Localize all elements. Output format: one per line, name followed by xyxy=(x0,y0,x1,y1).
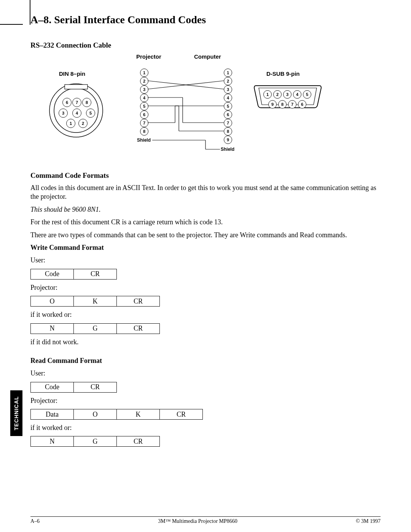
worked-label: if it worked or: xyxy=(30,423,381,432)
dsub-pin: 2 xyxy=(273,90,282,99)
dsub-pin: 7 xyxy=(288,100,296,109)
footer-pagenum: A–6 xyxy=(30,518,40,524)
user-label: User: xyxy=(30,256,381,265)
write-ng-table: N G CR xyxy=(30,323,160,334)
write-header: Write Command Format xyxy=(30,243,381,252)
shield-label-right: Shield xyxy=(221,147,234,152)
dsub-pin: 5 xyxy=(303,90,311,99)
notwork-label: if it did not work. xyxy=(30,338,381,347)
cable-diagram: Projector Computer DIN 8–pin 6 7 8 3 4 5… xyxy=(30,53,358,160)
dsub-label: D-SUB 9-pin xyxy=(266,70,300,77)
sub-cmdformat: Command Code Formats xyxy=(30,171,381,180)
dsub-pin: 3 xyxy=(283,90,292,99)
sub-rs232: RS–232 Connection Cable xyxy=(30,41,381,50)
sidebar-tab-technical: TECHNICAL xyxy=(10,390,22,436)
footer-copyright: © 3M 1997 xyxy=(356,518,381,524)
shield-label-left: Shield xyxy=(137,137,151,143)
read-user-table: Code CR xyxy=(30,382,117,393)
dsub-pin: 8 xyxy=(278,100,287,109)
footer-center: 3M™ Multimedia Projector MP8660 xyxy=(158,518,237,524)
read-ng-table: N G CR xyxy=(30,436,160,447)
page-footer: A–6 3M™ Multimedia Projector MP8660 © 3M… xyxy=(30,516,381,524)
read-header: Read Command Format xyxy=(30,356,381,365)
dsub-pin: 6 xyxy=(298,100,306,109)
read-ok-table: Data O K CR xyxy=(30,409,203,420)
dsub-pin: 4 xyxy=(293,90,301,99)
paragraph: For the rest of this document CR is a ca… xyxy=(30,218,381,227)
paragraph-italic: This should be 9600 8N1. xyxy=(30,205,381,214)
section-title: A–8. Serial Interface Command Codes xyxy=(30,14,381,26)
worked-label: if it worked or: xyxy=(30,310,381,319)
paragraph: There are two types of commands that can… xyxy=(30,231,381,240)
dsub-pin: 9 xyxy=(268,100,277,109)
paragraph: All codes in this document are in ASCII … xyxy=(30,184,381,201)
user-label: User: xyxy=(30,369,381,378)
write-ok-table: O K CR xyxy=(30,296,160,307)
dsub-pin: 1 xyxy=(263,90,272,99)
projector-label: Projector: xyxy=(30,283,381,292)
projector-label: Projector: xyxy=(30,396,381,405)
write-user-table: Code CR xyxy=(30,269,117,280)
